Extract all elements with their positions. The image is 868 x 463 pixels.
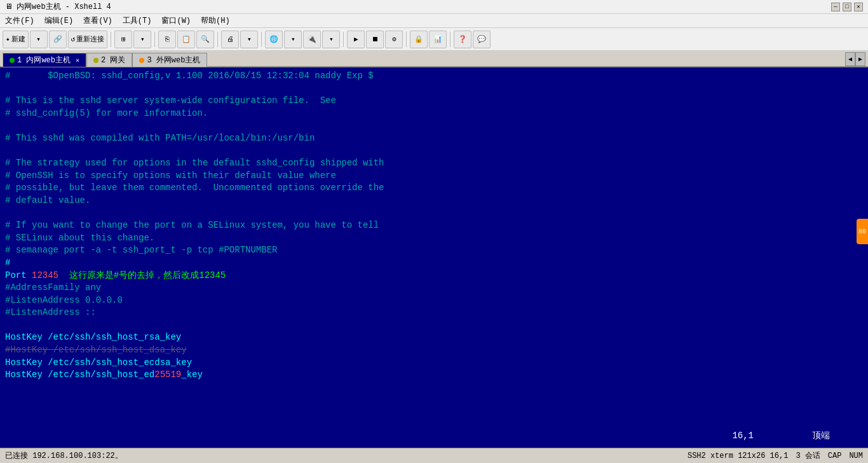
line-17-port: Port 12345 这行原来是#号的去掉，然后改成12345 — [5, 270, 226, 280]
caps-lock-indicator: CAP — [828, 452, 842, 460]
ssh-info: SSH2 xterm 121x26 16,1 — [688, 452, 788, 460]
line-18: #AddressFamily any — [5, 282, 101, 293]
tab-1-label: 1 内网web主机 — [17, 55, 71, 66]
menu-edit[interactable]: 编辑(E) — [39, 14, 79, 27]
new-dropdown[interactable]: ▾ — [30, 31, 48, 48]
tab-2-gateway[interactable]: 2 网关 — [86, 53, 132, 67]
tab-bar: 1 内网web主机 ✕ 2 网关 3 外网web主机 ◀ ▶ — [0, 51, 868, 67]
toolbar: ✦ 新建 ▾ 🔗 ↺ 重新连接 ⊞ ▾ ⎘ 📋 🔍 🖨 ▾ 🌐 ▾ 🔌 ▾ ▶ … — [0, 28, 868, 51]
terminal-content: # $OpenBSD: sshd_config,v 1.100 2016/08/… — [5, 70, 863, 382]
link-button[interactable]: 🔗 — [49, 31, 67, 48]
line-20: #ListenAddress :: — [5, 307, 96, 317]
line-4: # sshd_config(5) for more information. — [5, 108, 208, 118]
paste-button[interactable]: 📋 — [177, 31, 195, 48]
statusbar-left: 已连接 192.168.100.103:22。 — [5, 450, 123, 461]
tab-2-status-dot — [93, 58, 98, 63]
tab-1-intranet-web[interactable]: 1 内网web主机 ✕ — [3, 53, 86, 67]
status-bar: 已连接 192.168.100.103:22。 SSH2 xterm 121x2… — [0, 448, 868, 463]
line-9: # OpenSSH is to specify options with the… — [5, 170, 336, 181]
copy-button[interactable]: ⎘ — [158, 31, 176, 48]
link-icon: 🔗 — [53, 35, 62, 43]
separator-5 — [343, 32, 344, 47]
separator-4 — [261, 32, 262, 47]
tab-2-label: 2 网关 — [101, 55, 125, 66]
title-bar: 🖥 内网web主机 - Xshell 4 ─ □ ✕ — [0, 0, 868, 14]
line-6: # This sshd was compiled with PATH=/usr/… — [5, 133, 315, 143]
line-22: HostKey /etc/ssh/ssh_host_rsa_key — [5, 332, 181, 342]
separator-3 — [217, 32, 218, 47]
network-dropdown[interactable]: ▾ — [284, 31, 302, 48]
line-3: # This is the sshd server system-wide co… — [5, 95, 336, 106]
network-button[interactable]: 🌐 — [265, 31, 283, 48]
plugin-button[interactable]: 🔌 — [303, 31, 321, 48]
line-19: #ListenAddress 0.0.0.0 — [5, 295, 123, 305]
new-label: 新建 — [11, 34, 25, 44]
layout-button[interactable]: ⊞ — [114, 31, 132, 48]
tab-1-close[interactable]: ✕ — [76, 57, 79, 64]
tab-navigation: ◀ ▶ — [845, 52, 865, 66]
line-14: # SELinux about this change. — [5, 233, 154, 243]
find-button[interactable]: 🔍 — [196, 31, 214, 48]
print-button[interactable]: 🖨 — [221, 31, 239, 48]
new-button[interactable]: ✦ 新建 — [3, 31, 29, 48]
line-16: # — [5, 258, 10, 268]
cursor-position: 16,1 — [732, 430, 754, 443]
reconnect-label: 重新连接 — [76, 34, 104, 44]
title-bar-left: 🖥 内网web主机 - Xshell 4 — [5, 1, 111, 12]
line-15: # semanage port -a -t ssh_port_t -p tcp … — [5, 245, 277, 255]
menu-view[interactable]: 查看(V) — [78, 14, 118, 27]
stop-button[interactable]: ⏹ — [366, 31, 384, 48]
chat-button[interactable]: 💬 — [473, 31, 491, 48]
tab-3-status-dot — [139, 58, 144, 63]
layout-dropdown[interactable]: ▾ — [133, 31, 151, 48]
separator-2 — [154, 32, 155, 47]
line-10: # possible, but leave them commented. Un… — [5, 183, 384, 193]
print-dropdown[interactable]: ▾ — [240, 31, 258, 48]
separator-1 — [111, 32, 111, 47]
tab-1-status-dot — [10, 58, 15, 63]
tab-next-arrow[interactable]: ▶ — [855, 52, 865, 66]
app-icon: 🖥 — [5, 2, 13, 11]
menu-window[interactable]: 窗口(W) — [156, 14, 196, 27]
menu-tools[interactable]: 工具(T) — [118, 14, 157, 27]
plugin-dropdown[interactable]: ▾ — [322, 31, 340, 48]
play-button[interactable]: ▶ — [347, 31, 365, 48]
line-13: # If you want to change the port on a SE… — [5, 220, 379, 230]
line-25: HostKey /etc/ssh/ssh_host_ed25519_key — [5, 370, 203, 380]
menu-bar: 文件(F) 编辑(E) 查看(V) 工具(T) 窗口(W) 帮助(H) — [0, 14, 868, 28]
script-icon[interactable]: ⚙ — [385, 31, 403, 48]
line-24: HostKey /etc/ssh/ssh_host_ecdsa_key — [5, 357, 192, 368]
app-title: 内网web主机 - Xshell 4 — [17, 1, 111, 12]
menu-help[interactable]: 帮助(H) — [196, 14, 235, 27]
new-icon: ✦ — [6, 35, 10, 43]
monitor-button[interactable]: 📊 — [429, 31, 447, 48]
lock-button[interactable]: 🔒 — [410, 31, 428, 48]
help-button[interactable]: ❓ — [454, 31, 471, 48]
reconnect-button[interactable]: ↺ 重新连接 — [68, 31, 108, 48]
line-11: # default value. — [5, 195, 90, 205]
num-lock-indicator: NUM — [849, 452, 863, 460]
terminal-area[interactable]: # $OpenBSD: sshd_config,v 1.100 2016/08/… — [0, 67, 868, 448]
right-expand-tab[interactable]: 80 — [857, 219, 868, 244]
minimize-button[interactable]: ─ — [831, 3, 840, 11]
line-1: # $OpenBSD: sshd_config,v 1.100 2016/08/… — [5, 71, 374, 81]
connection-status: 已连接 192.168.100.103:22。 — [5, 450, 123, 461]
line-8: # The strategy used for options in the d… — [5, 158, 384, 168]
statusbar-right: SSH2 xterm 121x26 16,1 3 会话 CAP NUM — [688, 450, 863, 461]
reconnect-icon: ↺ — [71, 35, 76, 43]
menu-file[interactable]: 文件(F) — [0, 14, 39, 27]
separator-6 — [406, 32, 407, 47]
maximize-button[interactable]: □ — [843, 3, 851, 11]
tab-prev-arrow[interactable]: ◀ — [845, 52, 855, 66]
line-23: #HostKey /etc/ssh/ssh_host_dsa_key — [5, 345, 187, 355]
cursor-label: 顶端 — [812, 430, 830, 443]
window-controls[interactable]: ─ □ ✕ — [831, 3, 863, 11]
separator-7 — [450, 32, 451, 47]
session-count: 3 会话 — [796, 450, 820, 461]
tab-3-extranet-web[interactable]: 3 外网web主机 — [132, 53, 207, 67]
close-button[interactable]: ✕ — [854, 3, 863, 11]
tab-3-label: 3 外网web主机 — [147, 55, 200, 66]
